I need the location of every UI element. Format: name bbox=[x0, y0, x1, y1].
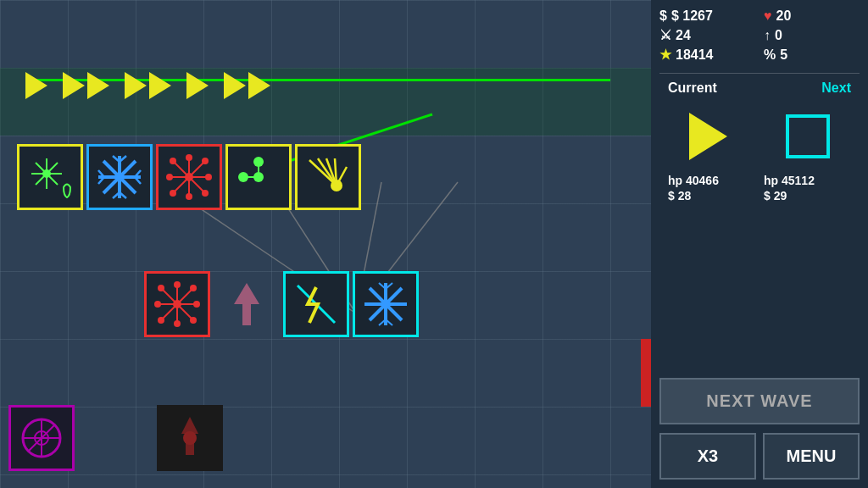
svg-point-31 bbox=[205, 174, 212, 180]
arrow-1 bbox=[25, 72, 47, 99]
game-area bbox=[0, 0, 651, 488]
next-wave-button[interactable]: NEXT WAVE bbox=[659, 378, 860, 424]
hearts-stat: ♥ 20 bbox=[764, 8, 860, 24]
next-label: Next bbox=[821, 80, 851, 96]
tower-up-arrow[interactable] bbox=[157, 405, 223, 471]
current-next-header: Current Next bbox=[659, 77, 860, 99]
tower-freeze[interactable] bbox=[86, 144, 153, 210]
svg-point-35 bbox=[186, 193, 192, 200]
tower-empty bbox=[214, 271, 280, 337]
tower-lightning[interactable] bbox=[283, 271, 349, 337]
svg-point-33 bbox=[186, 154, 192, 161]
arrow-up-value: 0 bbox=[775, 28, 782, 43]
current-cost: $ 28 bbox=[668, 189, 755, 202]
up-arrow-icon: ↑ bbox=[764, 28, 771, 43]
percent-value: 5 bbox=[780, 47, 787, 63]
current-enemy-shape bbox=[689, 113, 727, 160]
next-enemy-shape bbox=[786, 114, 830, 158]
svg-line-70 bbox=[177, 304, 192, 319]
tower-laser[interactable] bbox=[295, 144, 361, 210]
svg-point-65 bbox=[158, 285, 164, 291]
sword-value: 24 bbox=[676, 28, 691, 43]
hearts-value: 20 bbox=[776, 8, 792, 24]
svg-line-38 bbox=[189, 163, 203, 177]
svg-marker-72 bbox=[234, 283, 259, 325]
percent-icon: % bbox=[764, 47, 776, 63]
svg-point-67 bbox=[190, 285, 197, 291]
menu-button[interactable]: MENU bbox=[763, 433, 860, 480]
enemy-preview-row bbox=[659, 104, 860, 169]
svg-line-10 bbox=[36, 163, 47, 174]
star-value: 18414 bbox=[676, 47, 714, 63]
svg-line-66 bbox=[177, 290, 192, 304]
tower-connector[interactable] bbox=[225, 144, 292, 210]
svg-line-42 bbox=[189, 177, 203, 191]
bottom-buttons: X3 MENU bbox=[659, 433, 860, 480]
svg-line-36 bbox=[175, 163, 189, 177]
svg-line-68 bbox=[163, 304, 177, 319]
svg-line-13 bbox=[47, 174, 58, 185]
current-label: Current bbox=[668, 80, 717, 96]
svg-point-63 bbox=[174, 320, 181, 327]
divider-1 bbox=[659, 73, 860, 74]
heart-icon: ♥ bbox=[764, 8, 772, 24]
arrow-4 bbox=[186, 72, 209, 99]
sword-stat: ⚔ 24 bbox=[659, 27, 755, 43]
arrow-3 bbox=[125, 72, 171, 99]
svg-line-40 bbox=[175, 177, 189, 191]
tower-splash[interactable] bbox=[17, 144, 83, 210]
svg-line-12 bbox=[36, 174, 47, 185]
svg-point-61 bbox=[174, 281, 181, 288]
health-bar bbox=[641, 339, 651, 407]
hp-cost-grid: hp 40466 hp 45112 $ 28 $ 29 bbox=[659, 174, 860, 202]
star-stat: ★ 18414 bbox=[659, 47, 755, 63]
svg-point-69 bbox=[158, 317, 164, 324]
current-hp: hp 40466 bbox=[668, 174, 755, 187]
tower-freeze-2[interactable] bbox=[353, 271, 419, 337]
svg-point-71 bbox=[190, 317, 197, 324]
tower-row-2 bbox=[144, 271, 419, 337]
svg-point-29 bbox=[166, 174, 173, 180]
tower-row-1 bbox=[17, 144, 361, 210]
sword-icon: ⚔ bbox=[659, 27, 671, 43]
money-icon: $ bbox=[659, 8, 667, 24]
svg-point-43 bbox=[202, 190, 209, 197]
svg-point-39 bbox=[202, 158, 209, 164]
arrow-up-stat: ↑ 0 bbox=[764, 27, 860, 43]
svg-line-64 bbox=[163, 290, 177, 304]
tower-crosshair[interactable] bbox=[8, 405, 75, 471]
stats-grid: $ $ 1267 ♥ 20 ⚔ 24 ↑ 0 ★ 18414 % 5 bbox=[659, 8, 860, 63]
svg-point-59 bbox=[193, 301, 200, 308]
svg-point-41 bbox=[170, 190, 176, 197]
right-panel: $ $ 1267 ♥ 20 ⚔ 24 ↑ 0 ★ 18414 % 5 Curre… bbox=[651, 0, 868, 488]
svg-point-57 bbox=[154, 301, 161, 308]
next-hp: hp 45112 bbox=[764, 174, 851, 187]
arrow-2 bbox=[63, 72, 109, 99]
arrow-5 bbox=[224, 72, 270, 99]
tower-burst-red-2[interactable] bbox=[144, 271, 210, 337]
svg-point-26 bbox=[115, 173, 124, 181]
money-stat: $ $ 1267 bbox=[659, 8, 755, 24]
x3-button[interactable]: X3 bbox=[659, 433, 756, 480]
svg-point-37 bbox=[170, 158, 176, 164]
percent-stat: % 5 bbox=[764, 47, 860, 63]
tower-burst-red[interactable] bbox=[156, 144, 222, 210]
star-icon: ★ bbox=[659, 47, 671, 63]
arrows-row bbox=[25, 72, 270, 99]
svg-line-11 bbox=[47, 163, 58, 174]
money-value: $ 1267 bbox=[671, 8, 713, 24]
next-cost: $ 29 bbox=[764, 189, 851, 202]
svg-point-78 bbox=[381, 300, 390, 308]
